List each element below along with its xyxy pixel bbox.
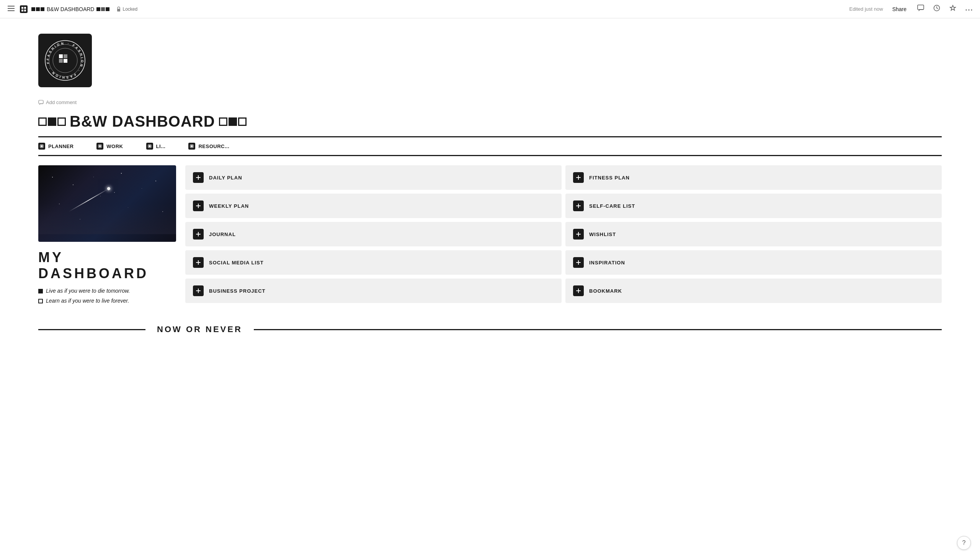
dashboard-title: MY DASHBOARD — [38, 250, 176, 281]
quote-text-2: Learn as if you were to live forever. — [46, 298, 129, 304]
quote-text-1: Live as if you were to die tomorrow. — [46, 288, 130, 294]
tab-work-icon — [96, 143, 103, 150]
grid-item-weekly-plan[interactable]: WEEKLY PLAN — [185, 194, 561, 218]
dashboard-content: MY DASHBOARD Live as if you were to die … — [0, 156, 980, 317]
svg-text:FASHION · FASHION · FASHION · : FASHION · FASHION · FASHION · FASHION · — [42, 38, 84, 79]
comment-small-icon — [38, 100, 44, 105]
page-title-text: B&W DASHBOARD — [70, 113, 215, 130]
cover-area: FASHION · FASHION · FASHION · FASHION · — [0, 18, 980, 95]
tab-li-label: LI... — [156, 144, 166, 149]
bottom-section: NOW OR NEVER — [0, 317, 980, 342]
svg-rect-29 — [191, 146, 193, 147]
grid-item-label-daily-plan: DAILY PLAN — [209, 175, 242, 180]
fashion-logo: FASHION · FASHION · FASHION · FASHION · — [38, 34, 92, 87]
grid-item-social-media-list[interactable]: SOCIAL MEDIA LIST — [185, 250, 561, 275]
grid-item-label-weekly-plan: WEEKLY PLAN — [209, 203, 249, 209]
history-icon[interactable] — [932, 3, 942, 15]
grid-item-label-business-project: BUSINESS PROJECT — [209, 288, 265, 294]
tab-planner-icon — [38, 143, 45, 150]
grid-item-daily-plan[interactable]: DAILY PLAN — [185, 165, 561, 190]
tab-planner-label: PLANNER — [48, 144, 73, 149]
svg-point-12 — [971, 10, 972, 11]
svg-rect-2 — [8, 10, 15, 11]
title-suffix-squares — [96, 7, 109, 11]
quote-item-1: Live as if you were to die tomorrow. — [38, 288, 176, 294]
svg-point-11 — [968, 10, 970, 11]
svg-rect-23 — [41, 146, 43, 147]
grid-item-business-project[interactable]: BUSINESS PROJECT — [185, 279, 561, 303]
grid-plus-icon-daily-plan — [193, 172, 204, 183]
add-comment[interactable]: Add comment — [0, 95, 980, 110]
grid-item-inspiration[interactable]: INSPIRATION — [565, 250, 942, 275]
doc-title: B&W DASHBOARD — [31, 6, 109, 12]
tab-resourc-icon — [188, 143, 195, 150]
quote-checkbox-2 — [38, 299, 43, 303]
topbar-left: B&W DASHBOARD Locked — [6, 3, 137, 15]
quote-item-2: Learn as if you were to live forever. — [38, 298, 176, 304]
right-grid: DAILY PLAN FITNESS PLAN WEEKLY PLAN SE — [185, 165, 942, 303]
grid-plus-icon-social-media-list — [193, 257, 204, 268]
grid-item-label-bookmark: BOOKMARK — [589, 288, 622, 294]
grid-item-label-inspiration: INSPIRATION — [589, 260, 625, 266]
left-panel: MY DASHBOARD Live as if you were to die … — [38, 165, 176, 308]
main-content: FASHION · FASHION · FASHION · FASHION · … — [0, 18, 980, 342]
quote-checkbox-1 — [38, 289, 43, 293]
grid-item-wishlist[interactable]: WISHLIST — [565, 222, 942, 246]
grid-item-label-wishlist: WISHLIST — [589, 232, 616, 237]
help-label: ? — [962, 539, 966, 546]
tab-li[interactable]: LI... — [146, 143, 166, 150]
grid-item-label-social-media-list: SOCIAL MEDIA LIST — [209, 260, 264, 266]
lock-status: Locked — [116, 7, 137, 12]
grid-plus-icon-fitness-plan — [573, 172, 584, 183]
svg-rect-25 — [99, 146, 101, 147]
page-title-suffix-squares — [219, 117, 247, 126]
grid-plus-icon-bookmark — [573, 285, 584, 296]
svg-rect-21 — [39, 100, 43, 104]
grid-item-label-journal: JOURNAL — [209, 232, 236, 237]
edited-text: Edited just now — [849, 6, 883, 12]
page-title: B&W DASHBOARD — [38, 113, 942, 130]
svg-rect-18 — [63, 55, 67, 58]
grid-plus-icon-business-project — [193, 285, 204, 296]
svg-rect-8 — [918, 5, 924, 10]
tabs-nav: PLANNER WORK LI... — [0, 137, 980, 155]
topbar: B&W DASHBOARD Locked Edited just now Sha… — [0, 0, 980, 18]
grid-item-self-care-list[interactable]: SELF-CARE LIST — [565, 194, 942, 218]
bottom-divider-left — [38, 329, 146, 330]
clouds-overlay — [38, 203, 176, 234]
help-button[interactable]: ? — [957, 536, 971, 550]
add-comment-label: Add comment — [46, 99, 76, 105]
svg-rect-0 — [8, 6, 15, 7]
bottom-divider-right — [254, 329, 942, 330]
svg-rect-20 — [63, 59, 67, 63]
share-button[interactable]: Share — [889, 5, 910, 14]
grid-plus-icon-self-care-list — [573, 200, 584, 211]
tab-resourc[interactable]: RESOURC... — [188, 143, 229, 150]
grid-item-bookmark[interactable]: BOOKMARK — [565, 279, 942, 303]
grid-item-journal[interactable]: JOURNAL — [185, 222, 561, 246]
page-title-area: B&W DASHBOARD — [0, 110, 980, 136]
svg-point-10 — [966, 10, 967, 11]
tab-li-icon — [146, 143, 153, 150]
grid-plus-icon-inspiration — [573, 257, 584, 268]
grid-plus-icon-wishlist — [573, 229, 584, 240]
svg-rect-1 — [8, 8, 15, 9]
comment-icon[interactable] — [916, 3, 925, 15]
lock-label: Locked — [122, 7, 137, 12]
favorite-icon[interactable] — [948, 3, 958, 15]
menu-icon[interactable] — [6, 3, 16, 15]
page-title-prefix-squares — [38, 117, 66, 126]
grid-plus-icon-journal — [193, 229, 204, 240]
svg-rect-6 — [24, 10, 26, 12]
grid-item-fitness-plan[interactable]: FITNESS PLAN — [565, 165, 942, 190]
more-options-icon[interactable] — [964, 3, 974, 15]
tab-work[interactable]: WORK — [96, 143, 123, 150]
tab-work-label: WORK — [106, 144, 123, 149]
bottom-title: NOW OR NEVER — [146, 324, 254, 334]
svg-rect-17 — [59, 55, 63, 58]
svg-rect-5 — [22, 10, 23, 12]
svg-rect-19 — [59, 59, 63, 63]
svg-rect-4 — [24, 7, 26, 9]
tab-planner[interactable]: PLANNER — [38, 143, 73, 150]
topbar-doc-title-text: B&W DASHBOARD — [47, 6, 94, 12]
